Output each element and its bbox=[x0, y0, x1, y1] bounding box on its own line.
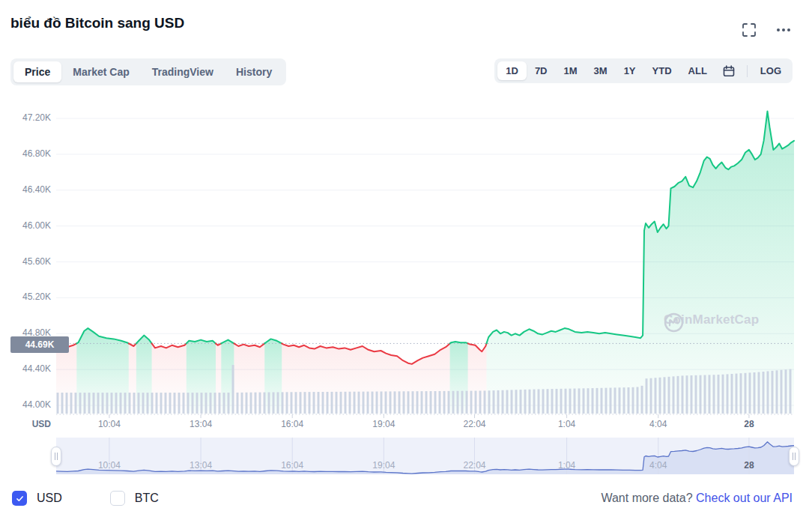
xaxis-tick-label: 4:04 bbox=[649, 419, 667, 429]
navigator-tick-label: 1:04 bbox=[558, 460, 575, 471]
chart-navigator: 10:0413:0416:0419:0422:041:044:0428 bbox=[0, 438, 812, 486]
yaxis-tick-label: 45.20K bbox=[13, 291, 51, 302]
header-actions bbox=[742, 22, 791, 37]
yaxis-tick-label: 47.20K bbox=[13, 112, 51, 123]
range-7d[interactable]: 7D bbox=[527, 61, 556, 80]
coinmarketcap-chart-module: biểu đồ Bitcoin sang USD PriceMarket Cap… bbox=[0, 0, 812, 511]
yaxis-tick-label: 46.00K bbox=[13, 220, 51, 231]
yaxis-unit-label: USD bbox=[13, 419, 51, 429]
navigator-tick-label: 10:04 bbox=[98, 460, 121, 471]
xaxis-tick-label: 28 bbox=[744, 419, 754, 429]
price-chart[interactable] bbox=[0, 97, 812, 430]
api-link[interactable]: Check out our API bbox=[696, 492, 793, 504]
more-options-icon[interactable] bbox=[776, 22, 791, 37]
xaxis-tick-label: 10:04 bbox=[98, 419, 121, 429]
range-all[interactable]: ALL bbox=[680, 61, 715, 80]
usd-checkbox-label: USD bbox=[37, 492, 62, 505]
footer: USD BTC Want more data? Check out our AP… bbox=[0, 486, 812, 511]
xaxis-tick-label: 1:04 bbox=[558, 419, 575, 429]
yaxis-tick-label: 44.00K bbox=[13, 399, 51, 410]
xaxis-tick-label: 22:04 bbox=[463, 419, 485, 429]
navigator-tick-label: 19:04 bbox=[372, 460, 395, 471]
navigator-tick-label: 13:04 bbox=[190, 460, 212, 471]
usd-toggle[interactable]: USD bbox=[12, 491, 62, 506]
btc-checkbox[interactable] bbox=[110, 491, 125, 506]
yaxis-tick-label: 44.40K bbox=[13, 363, 51, 374]
btc-checkbox-label: BTC bbox=[135, 492, 159, 505]
range-divider bbox=[747, 65, 748, 77]
range-1m[interactable]: 1M bbox=[556, 61, 586, 80]
xaxis-tick-label: 13:04 bbox=[190, 419, 212, 429]
usd-checkbox[interactable] bbox=[12, 491, 27, 506]
yaxis-tick-label: 46.80K bbox=[13, 148, 51, 159]
range-3m[interactable]: 3M bbox=[586, 61, 616, 80]
tab-history[interactable]: History bbox=[225, 61, 283, 82]
tab-market-cap[interactable]: Market Cap bbox=[61, 61, 140, 82]
range-1d[interactable]: 1D bbox=[497, 61, 527, 80]
yaxis-tick-label: 45.60K bbox=[13, 256, 51, 267]
btc-toggle[interactable]: BTC bbox=[110, 491, 159, 506]
api-promo-text: Want more data? bbox=[601, 492, 692, 504]
tab-tradingview[interactable]: TradingView bbox=[141, 61, 225, 82]
coinmarketcap-logo-icon bbox=[664, 312, 684, 333]
page-title: biểu đồ Bitcoin sang USD bbox=[10, 15, 184, 31]
navigator-left-handle[interactable] bbox=[51, 447, 61, 466]
log-scale-button[interactable]: LOG bbox=[752, 61, 790, 80]
time-range-toolbar: 1D7D1M3M1YYTDALLLOG bbox=[494, 58, 793, 83]
navigator-tick-label: 4:04 bbox=[649, 460, 667, 471]
xaxis-tick-label: 19:04 bbox=[372, 419, 395, 429]
tab-price[interactable]: Price bbox=[13, 61, 61, 82]
navigator-chart[interactable] bbox=[0, 438, 812, 486]
fullscreen-icon[interactable] bbox=[742, 22, 757, 37]
api-promo: Want more data? Check out our API bbox=[601, 492, 793, 505]
check-icon bbox=[15, 494, 25, 504]
calendar-icon[interactable] bbox=[715, 62, 742, 80]
main-price-chart-area: 44.69K USD CoinMarketCap 47.20K46.80K46.… bbox=[0, 97, 812, 438]
xaxis-tick-label: 16:04 bbox=[281, 419, 303, 429]
navigator-tick-label: 16:04 bbox=[281, 460, 303, 471]
navigator-tick-label: 22:04 bbox=[463, 460, 485, 471]
navigator-right-handle[interactable] bbox=[789, 447, 799, 466]
range-ytd[interactable]: YTD bbox=[644, 61, 680, 80]
navigator-tick-label: 28 bbox=[744, 460, 754, 471]
watermark: CoinMarketCap bbox=[664, 312, 759, 327]
current-price-badge: 44.69K bbox=[10, 336, 69, 353]
range-1y[interactable]: 1Y bbox=[616, 61, 644, 80]
yaxis-tick-label: 46.40K bbox=[13, 184, 51, 195]
chart-type-tabs: PriceMarket CapTradingViewHistory bbox=[10, 58, 286, 85]
